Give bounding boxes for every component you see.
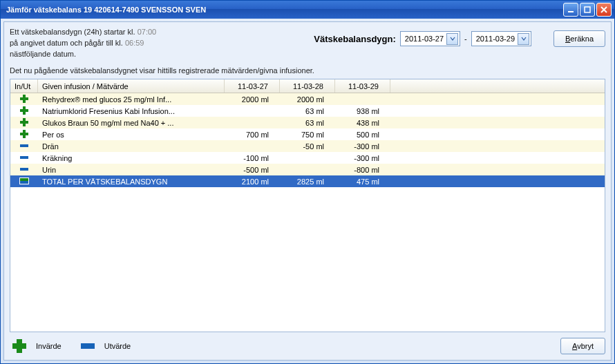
table: In/Ut Given infusion / Mätvärde 11-03-27… bbox=[10, 79, 605, 332]
cell-d3: 938 ml bbox=[335, 107, 390, 115]
table-row[interactable]: TOTAL PER VÄTSKEBALANSDYGN2100 ml2825 ml… bbox=[10, 175, 605, 187]
cell-d2: 2825 ml bbox=[280, 178, 335, 186]
info-text: Ett vätskebalansdygn (24h) startar kl. 0… bbox=[10, 26, 156, 59]
cell-name: TOTAL PER VÄTSKEBALANSDYGN bbox=[38, 178, 225, 186]
maximize-button[interactable] bbox=[580, 3, 595, 17]
cell-name: Per os bbox=[38, 131, 225, 139]
cancel-rest: vbryt bbox=[577, 342, 594, 350]
cell-inout bbox=[10, 117, 38, 128]
total-icon bbox=[19, 178, 29, 184]
cell-name: Urin bbox=[38, 166, 225, 174]
minus-icon bbox=[78, 338, 97, 354]
table-header: In/Ut Given infusion / Mätvärde 11-03-27… bbox=[10, 79, 605, 93]
info-line2: på angivet datum och pågår till kl. bbox=[10, 39, 125, 47]
note-text: Det nu pågående vätskebalansdygnet visar… bbox=[10, 66, 605, 75]
cell-name: Kräkning bbox=[38, 154, 225, 162]
chevron-down-icon[interactable] bbox=[518, 33, 529, 45]
date-to[interactable]: 2011-03-29 bbox=[471, 31, 531, 46]
th-inout[interactable]: In/Ut bbox=[10, 79, 38, 93]
cell-d1: -500 ml bbox=[225, 166, 280, 174]
cell-d1: 700 ml bbox=[225, 131, 280, 139]
top-area: Ett vätskebalansdygn (24h) startar kl. 0… bbox=[10, 26, 605, 59]
cell-d3: -300 ml bbox=[335, 142, 390, 151]
date-from-value: 2011-03-27 bbox=[405, 35, 444, 43]
cell-name: Rehydrex® med glucos 25 mg/ml Inf... bbox=[38, 95, 225, 104]
range-dash: - bbox=[464, 35, 467, 43]
cell-inout bbox=[10, 129, 38, 140]
date-controls: Vätskebalansdygn: 2011-03-27 - 2011-03-2… bbox=[170, 30, 605, 47]
cell-d3: 475 ml bbox=[335, 178, 390, 186]
cell-name: Drän bbox=[38, 142, 225, 151]
th-d3[interactable]: 11-03-29 bbox=[335, 79, 390, 93]
cell-d2: -50 ml bbox=[280, 142, 335, 151]
cell-inout bbox=[10, 141, 38, 152]
minus-icon bbox=[19, 164, 29, 174]
cell-d2: 750 ml bbox=[280, 131, 335, 139]
legend-bar: Invärde Utvärde Avbryt bbox=[10, 338, 605, 354]
cell-inout bbox=[10, 106, 38, 117]
range-label: Vätskebalansdygn: bbox=[314, 34, 396, 44]
cell-inout bbox=[10, 94, 38, 105]
cell-d1: -100 ml bbox=[225, 154, 280, 162]
table-row[interactable]: Per os700 ml750 ml500 ml bbox=[10, 128, 605, 140]
window-buttons bbox=[563, 3, 612, 17]
th-spacer bbox=[390, 79, 605, 93]
cell-d1: 2000 ml bbox=[225, 95, 280, 104]
info-time2: 06:59 bbox=[125, 39, 144, 47]
plus-icon bbox=[19, 117, 29, 127]
info-line1: Ett vätskebalansdygn (24h) startar kl. bbox=[10, 28, 138, 36]
cell-d3: -800 ml bbox=[335, 166, 390, 174]
minus-icon bbox=[19, 141, 29, 151]
plus-icon bbox=[19, 106, 29, 115]
legend-out: Utvärde bbox=[78, 338, 131, 354]
table-row[interactable]: Natriumklorid Fresenius Kabi Infusion...… bbox=[10, 105, 605, 117]
cell-d3: -300 ml bbox=[335, 154, 390, 162]
table-row[interactable]: Kräkning-100 ml-300 ml bbox=[10, 152, 605, 164]
svg-rect-1 bbox=[585, 7, 590, 12]
content-panel: Ett vätskebalansdygn (24h) startar kl. 0… bbox=[3, 21, 612, 361]
cell-d2: 63 ml bbox=[280, 119, 335, 127]
th-name[interactable]: Given infusion / Mätvärde bbox=[38, 79, 225, 93]
cell-inout bbox=[10, 178, 38, 186]
legend-out-label: Utvärde bbox=[104, 342, 131, 350]
cell-name: Natriumklorid Fresenius Kabi Infusion... bbox=[38, 107, 225, 115]
close-icon bbox=[600, 6, 608, 14]
cell-inout bbox=[10, 153, 38, 164]
window: Jämför vätskebalans 19 420614-7490 SVENS… bbox=[0, 0, 615, 364]
cell-name: Glukos Braun 50 mg/ml med Na40 + ... bbox=[38, 119, 225, 127]
info-time1: 07:00 bbox=[138, 28, 157, 36]
cancel-button[interactable]: Avbryt bbox=[560, 338, 605, 354]
plus-icon bbox=[10, 338, 29, 354]
table-body: Rehydrex® med glucos 25 mg/ml Inf...2000… bbox=[10, 93, 605, 187]
legend-in-label: Invärde bbox=[36, 342, 62, 350]
table-row[interactable]: Drän-50 ml-300 ml bbox=[10, 140, 605, 152]
minimize-icon bbox=[567, 6, 575, 14]
calculate-button[interactable]: Beräkna bbox=[554, 30, 605, 47]
titlebar: Jämför vätskebalans 19 420614-7490 SVENS… bbox=[1, 1, 614, 19]
maximize-icon bbox=[583, 6, 592, 14]
svg-rect-0 bbox=[568, 11, 574, 12]
cell-inout bbox=[10, 164, 38, 175]
date-to-value: 2011-03-29 bbox=[476, 35, 515, 43]
cell-d1: 2100 ml bbox=[225, 178, 280, 186]
table-row[interactable]: Urin-500 ml-800 ml bbox=[10, 164, 605, 175]
table-row[interactable]: Glukos Braun 50 mg/ml med Na40 + ...63 m… bbox=[10, 117, 605, 128]
plus-icon bbox=[19, 129, 29, 139]
cell-d2: 2000 ml bbox=[280, 95, 335, 104]
minimize-button[interactable] bbox=[563, 3, 578, 17]
plus-icon bbox=[19, 94, 29, 104]
minus-icon bbox=[19, 153, 29, 162]
calc-rest: eräkna bbox=[570, 35, 594, 43]
date-from[interactable]: 2011-03-27 bbox=[400, 31, 460, 46]
info-line3: nästföljande datum. bbox=[10, 50, 76, 58]
window-title: Jämför vätskebalans 19 420614-7490 SVENS… bbox=[6, 6, 563, 14]
cell-d3: 500 ml bbox=[335, 131, 390, 139]
legend-in: Invärde bbox=[10, 338, 62, 354]
cell-d3: 438 ml bbox=[335, 119, 390, 127]
chevron-down-icon[interactable] bbox=[446, 33, 458, 45]
close-button[interactable] bbox=[596, 3, 612, 17]
table-row[interactable]: Rehydrex® med glucos 25 mg/ml Inf...2000… bbox=[10, 93, 605, 105]
cell-d2: 63 ml bbox=[280, 107, 335, 115]
th-d2[interactable]: 11-03-28 bbox=[280, 79, 335, 93]
th-d1[interactable]: 11-03-27 bbox=[225, 79, 280, 93]
